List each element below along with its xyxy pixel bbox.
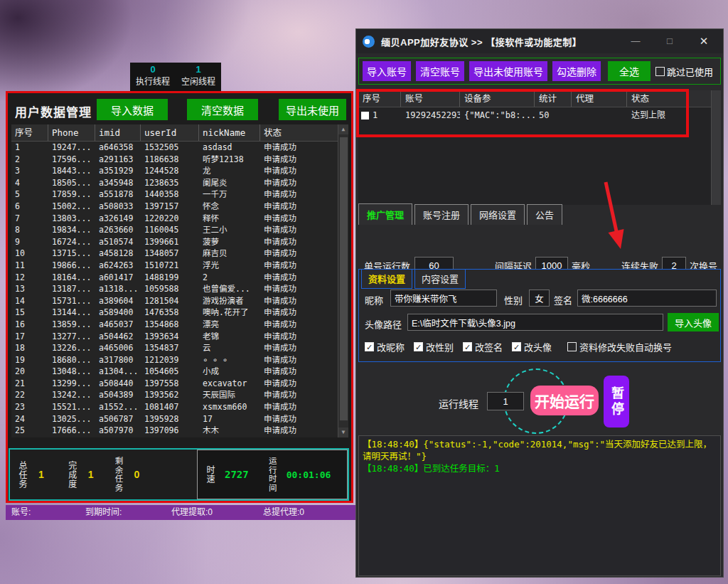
col-phone: Phone <box>48 124 95 141</box>
table-row[interactable]: 1415731...a3896041281504游戏扮演者申请成功 <box>11 295 348 307</box>
account-table-scrollbar[interactable] <box>711 90 721 205</box>
avatar-path-input[interactable] <box>407 314 663 331</box>
table-row[interactable]: 2013048...a1304...1054605小成申请成功 <box>11 366 348 378</box>
change-avatar-checkbox[interactable]: ✓ <box>512 342 521 351</box>
cell-nickName: 麻吉贝 <box>199 248 260 260</box>
pause-button[interactable]: 暂停 <box>604 376 629 428</box>
cell-status: 申请成功 <box>260 213 348 225</box>
export-unused-button[interactable]: 导出未使用 <box>279 99 346 120</box>
table-row[interactable]: 1918680...a3178001212039∘ ∘ ∘申请成功 <box>11 354 348 366</box>
gender-input[interactable] <box>529 290 550 307</box>
table-row[interactable]: 1813226...a4650061354837云申请成功 <box>11 342 348 354</box>
table-row[interactable]: 1713277...a5044621393634老锦申请成功 <box>11 331 348 343</box>
tab-promotion[interactable]: 推广管理 <box>358 203 412 225</box>
cell-seq: 10 <box>11 248 48 260</box>
table-row[interactable]: 2113299...a5084401397558excavator申请成功 <box>11 378 348 390</box>
cell-status: 申请成功 <box>260 425 348 437</box>
table-row[interactable]: 819834...a2636601160045王二小申请成功 <box>11 224 348 236</box>
row-checkbox[interactable] <box>361 112 369 120</box>
cell-status: 申请成功 <box>260 378 348 390</box>
table-scrollbar[interactable]: ▲ ▼ <box>338 124 348 437</box>
table-row[interactable]: 119247...a6463581532505asdasd申请成功 <box>11 142 348 154</box>
tab-profile-settings[interactable]: 资料设置 <box>361 269 412 289</box>
log-output[interactable]: 【18:48:40】{"status":-1,"code":201014,"ms… <box>358 435 721 576</box>
table-row[interactable]: 1013715...a4581281348057麻吉贝申请成功 <box>11 248 348 260</box>
import-avatar-button[interactable]: 导入头像 <box>668 313 719 331</box>
cell-status: 申请成功 <box>260 331 348 343</box>
table-row[interactable]: 1613859...a4650371354868漂亮申请成功 <box>11 319 348 331</box>
table-row[interactable]: 2517666...a5079701397096木木申请成功 <box>11 425 348 437</box>
table-row[interactable]: 1218164...a60141714881992申请成功 <box>11 272 348 284</box>
nickname-input[interactable] <box>390 290 497 307</box>
sign-input[interactable] <box>577 290 717 307</box>
table-row[interactable]: 318443...a3519291244528龙申请成功 <box>11 165 348 177</box>
table-row[interactable]: 1313187...a1318...1059588也曾偏爱...申请成功 <box>11 283 348 295</box>
change-sign-checkbox[interactable]: ✓ <box>463 342 472 351</box>
table-row[interactable]: 916724...a5105741399661菠萝申请成功 <box>11 236 348 248</box>
table-row[interactable]: 2413025...a506787139592817申请成功 <box>11 413 348 425</box>
start-run-button[interactable]: 开始运行 <box>530 386 599 415</box>
cell-userId: 1476358 <box>141 307 199 319</box>
cell-nickName: 一千万 <box>199 189 260 201</box>
table-row[interactable]: 217596...a2911631186638听梦12138申请成功 <box>11 154 348 166</box>
tab-register[interactable]: 账号注册 <box>414 204 469 225</box>
cell-imid: a510574 <box>95 236 141 248</box>
auto-switch-checkbox[interactable] <box>567 342 577 351</box>
export-unused-accounts-button[interactable]: 导出未使用账号 <box>469 61 547 81</box>
account-toolbar: 导入账号 清空账号 导出未使用账号 勾选删除 全选 跳过已使用 <box>358 58 721 85</box>
table-row[interactable]: 2213242...a5043891393562天辰国际申请成功 <box>11 389 348 401</box>
import-data-button[interactable]: 导入数据 <box>97 99 168 120</box>
cell-imid: a506787 <box>95 413 141 425</box>
account-row-count: 50 <box>535 107 572 123</box>
cell-status: 申请成功 <box>260 389 348 401</box>
account-row[interactable]: 1 19292452293 {"MAC":"b8:... 50 达到上限 <box>358 107 721 123</box>
table-row[interactable]: 1119866...a6242631510721浮光申请成功 <box>11 260 348 272</box>
cell-imid: a317800 <box>95 354 141 366</box>
run-threads-input[interactable] <box>487 392 524 410</box>
cell-nickName: 天辰国际 <box>199 389 260 401</box>
table-row[interactable]: 517859...a5518781440358一千万申请成功 <box>11 189 348 201</box>
cell-userId: 1244528 <box>141 165 199 177</box>
clear-accounts-button[interactable]: 清空账号 <box>416 61 464 81</box>
cell-imid: a507970 <box>95 425 141 437</box>
scroll-down-icon[interactable]: ▼ <box>338 428 348 437</box>
cell-seq: 19 <box>11 354 48 366</box>
cell-seq: 15 <box>11 307 48 319</box>
clear-data-button[interactable]: 清空数据 <box>187 99 258 120</box>
account-row-status: 达到上限 <box>627 107 721 123</box>
cell-seq: 3 <box>11 165 48 177</box>
cell-phone: 18443... <box>48 165 95 177</box>
table-row[interactable]: 2315521...a1552...1081407xsmxsm660申请成功 <box>11 401 348 413</box>
cell-seq: 14 <box>11 295 48 307</box>
cell-imid: a624263 <box>95 260 141 272</box>
tab-announcement[interactable]: 公告 <box>527 204 562 225</box>
cell-nickName: 小成 <box>199 366 260 378</box>
scroll-up-icon[interactable]: ▲ <box>338 124 348 134</box>
cell-seq: 18 <box>11 342 48 354</box>
import-accounts-button[interactable]: 导入账号 <box>363 61 411 81</box>
scrollbar-thumb[interactable] <box>340 137 348 420</box>
table-row[interactable]: 1513144...a5894001476358噢呐.花开了申请成功 <box>11 307 348 319</box>
cell-phone: 13859... <box>48 319 95 331</box>
change-gender-checkbox[interactable]: ✓ <box>414 342 423 351</box>
delete-checked-button[interactable]: 勾选删除 <box>552 61 601 81</box>
page-title: 用户数据管理 <box>15 102 92 120</box>
table-row[interactable]: 418505...a3459481238635阑尾炎申请成功 <box>11 177 348 189</box>
tab-network[interactable]: 网络设置 <box>471 204 525 225</box>
cell-status: 申请成功 <box>260 260 348 272</box>
table-row[interactable]: 615002...a5080331397157怀念申请成功 <box>11 201 348 213</box>
cell-imid: a458128 <box>95 248 141 260</box>
cell-userId: 1212039 <box>141 354 199 366</box>
select-all-button[interactable]: 全选 <box>608 61 651 81</box>
cell-status: 申请成功 <box>260 165 348 177</box>
maximize-icon[interactable]: □ <box>658 29 682 53</box>
cell-nickName: 游戏扮演者 <box>199 295 260 307</box>
minimize-icon[interactable]: — <box>623 29 648 53</box>
close-icon[interactable]: ✕ <box>692 29 716 53</box>
speed-box: 时速 2727 运行时间 00:01:06 <box>197 450 348 499</box>
table-row[interactable]: 713803...a3261491220220释怀申请成功 <box>11 213 348 225</box>
cell-phone: 15002... <box>48 201 95 213</box>
skip-used-checkbox[interactable] <box>655 67 665 76</box>
tab-content-settings[interactable]: 内容设置 <box>414 269 466 289</box>
change-nick-checkbox[interactable]: ✓ <box>365 342 374 351</box>
